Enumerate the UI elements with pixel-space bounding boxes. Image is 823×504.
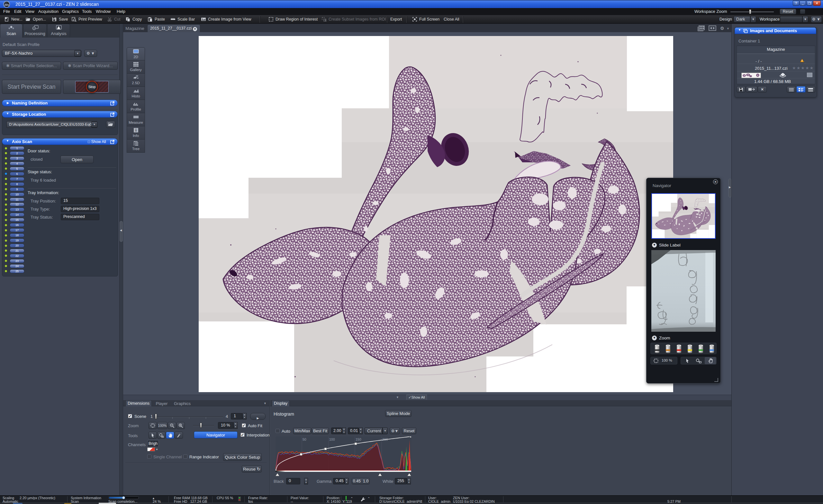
svg-text:100: 100 bbox=[329, 438, 335, 441]
svg-text:!: ! bbox=[802, 59, 803, 62]
svg-text:50: 50 bbox=[303, 438, 306, 441]
svg-text:150: 150 bbox=[356, 438, 361, 441]
